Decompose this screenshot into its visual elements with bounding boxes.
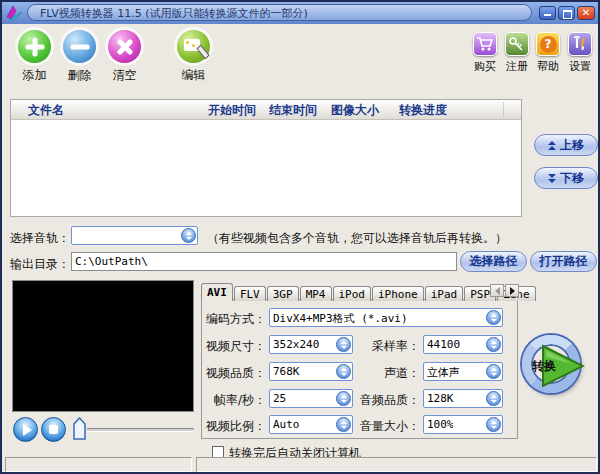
key-icon — [505, 32, 529, 56]
arrow-left-icon — [495, 287, 500, 295]
tab-avi[interactable]: AVI — [201, 283, 233, 301]
audio-quality-label: 音频品质： — [351, 392, 420, 409]
dropdown-spinner-icon[interactable] — [181, 228, 196, 243]
audio-track-note: （有些视频包含多个音轨，您可以选择音轨后再转换。） — [207, 230, 507, 247]
column-start-time[interactable]: 开始时间 — [208, 102, 256, 119]
video-quality-label: 视频品质： — [201, 365, 266, 382]
encoding-value: DivX4+MP3格式 (*.avi) — [273, 311, 484, 326]
frame-rate-value: 25 — [273, 392, 334, 405]
channel-select[interactable]: 立体声 — [423, 362, 503, 381]
play-button[interactable] — [13, 417, 38, 442]
clear-icon — [108, 30, 141, 63]
close-icon: ✕ — [582, 7, 590, 18]
tab-scroll-right-button[interactable] — [505, 284, 519, 297]
channel-label: 声道： — [351, 365, 420, 382]
column-end-time[interactable]: 结束时间 — [269, 102, 317, 119]
tab-mp4[interactable]: MP4 — [300, 286, 332, 301]
select-path-label: 选择路径 — [470, 253, 518, 270]
sample-rate-value: 44100 — [427, 338, 484, 351]
app-window: FLV视频转换器 11.5 (试用版只能转换源文件的一部分) ✕ 添加 删除 清… — [0, 0, 600, 474]
dropdown-spinner-icon[interactable] — [486, 337, 501, 352]
register-button[interactable]: 注册 — [501, 32, 533, 74]
audio-quality-select[interactable]: 128K — [423, 389, 503, 408]
stop-icon — [49, 425, 58, 434]
dropdown-spinner-icon[interactable] — [336, 391, 351, 406]
channel-value: 立体声 — [427, 365, 484, 380]
add-button[interactable]: 添加 — [12, 30, 57, 84]
column-filename[interactable]: 文件名 — [28, 102, 64, 119]
window-title: FLV视频转换器 11.5 (试用版只能转换源文件的一部分) — [40, 6, 308, 21]
edit-icon — [177, 30, 210, 63]
audio-track-select[interactable] — [71, 226, 198, 245]
move-down-button[interactable]: 下移 — [534, 167, 598, 189]
volume-select[interactable]: 100% — [423, 415, 503, 434]
tab-iphone[interactable]: iPhone — [372, 286, 424, 301]
open-path-label: 打开路径 — [540, 253, 588, 270]
dropdown-spinner-icon[interactable] — [486, 310, 501, 325]
edit-button[interactable]: 编辑 — [171, 30, 216, 84]
sample-rate-label: 采样率： — [351, 338, 420, 355]
output-dir-input[interactable]: C:\OutPath\ — [71, 252, 457, 271]
video-size-label: 视频尺寸： — [201, 338, 266, 355]
clear-label: 清空 — [113, 67, 137, 84]
encoding-select[interactable]: DivX4+MP3格式 (*.avi) — [269, 308, 503, 327]
aspect-value: Auto — [273, 418, 334, 431]
move-down-label: 下移 — [560, 170, 584, 187]
register-label: 注册 — [506, 59, 528, 74]
stop-button[interactable] — [41, 417, 66, 442]
column-progress[interactable]: 转换进度 — [399, 102, 447, 119]
volume-value: 100% — [427, 418, 484, 431]
encoding-label: 编码方式： — [201, 311, 266, 328]
maximize-button[interactable] — [558, 6, 575, 20]
move-up-button[interactable]: 上移 — [534, 134, 598, 156]
frame-rate-select[interactable]: 25 — [269, 389, 353, 408]
buy-button[interactable]: 购买 — [469, 32, 501, 74]
format-tabbar: AVI FLV 3GP MP4 iPod iPhone iPad PSP Zun… — [201, 283, 537, 301]
tab-scroll-left-button[interactable] — [490, 284, 504, 297]
seek-slider-thumb[interactable] — [73, 417, 86, 440]
tab-ipad[interactable]: iPad — [425, 286, 464, 301]
tools-icon — [568, 32, 592, 56]
convert-button[interactable]: 转换 — [520, 333, 586, 399]
file-list[interactable]: 文件名 开始时间 结束时间 图像大小 转换进度 — [10, 99, 522, 217]
frame-rate-label: 帧率/秒： — [201, 392, 266, 409]
audio-track-label: 选择音轨： — [10, 230, 70, 247]
video-size-select[interactable]: 352x240 — [269, 335, 353, 354]
seek-slider-track[interactable] — [87, 428, 194, 432]
minimize-icon — [544, 14, 551, 16]
tab-flv[interactable]: FLV — [234, 286, 266, 301]
dropdown-spinner-icon[interactable] — [336, 364, 351, 379]
minimize-button[interactable] — [539, 6, 556, 20]
output-dir-label: 输出目录： — [10, 256, 70, 273]
play-icon — [23, 424, 32, 436]
dropdown-spinner-icon[interactable] — [486, 391, 501, 406]
help-button[interactable]: ? 帮助 — [532, 32, 564, 74]
column-image-size[interactable]: 图像大小 — [331, 102, 379, 119]
tab-3gp[interactable]: 3GP — [267, 286, 299, 301]
video-quality-select[interactable]: 768K — [269, 362, 353, 381]
file-list-header: 文件名 开始时间 结束时间 图像大小 转换进度 — [11, 100, 521, 120]
add-label: 添加 — [23, 67, 47, 84]
video-preview — [12, 280, 194, 412]
maximize-icon — [563, 10, 572, 19]
select-path-button[interactable]: 选择路径 — [460, 251, 527, 272]
settings-button[interactable]: 设置 — [564, 32, 596, 74]
dropdown-spinner-icon[interactable] — [486, 364, 501, 379]
arrow-right-icon — [510, 287, 515, 295]
column-divider — [503, 102, 504, 117]
dropdown-spinner-icon[interactable] — [336, 417, 351, 432]
question-glyph: ? — [540, 36, 557, 53]
sample-rate-select[interactable]: 44100 — [423, 335, 503, 354]
remove-icon — [63, 30, 96, 63]
dropdown-spinner-icon[interactable] — [336, 337, 351, 352]
tab-ipod[interactable]: iPod — [333, 286, 372, 301]
close-button[interactable]: ✕ — [577, 6, 595, 20]
clear-button[interactable]: 清空 — [102, 30, 147, 84]
dropdown-spinner-icon[interactable] — [486, 417, 501, 432]
aspect-select[interactable]: Auto — [269, 415, 353, 434]
open-path-button[interactable]: 打开路径 — [530, 251, 597, 272]
titlebar: FLV视频转换器 11.5 (试用版只能转换源文件的一部分) ✕ — [2, 2, 598, 24]
volume-label: 音量大小： — [351, 418, 420, 435]
delete-button[interactable]: 删除 — [57, 30, 102, 84]
buy-label: 购买 — [474, 59, 496, 74]
